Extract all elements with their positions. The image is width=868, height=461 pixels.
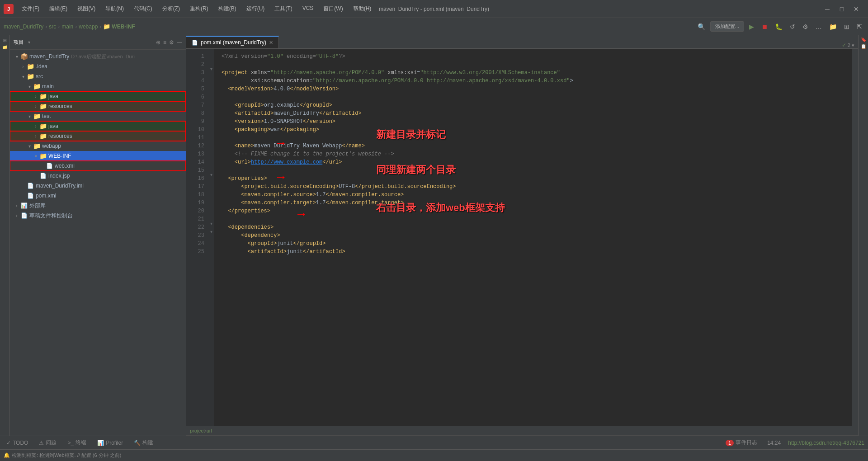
close-button[interactable]: ✕ xyxy=(852,5,861,13)
folder-icon[interactable]: 📁 xyxy=(827,22,839,31)
code-line-15 xyxy=(222,166,844,174)
toolbar: maven_DuridTry › src › main › webapp › 📁… xyxy=(0,18,868,35)
breadcrumb-main[interactable]: main xyxy=(61,24,73,30)
scratch-icon: 📄 xyxy=(20,212,28,220)
fold-icon-22[interactable]: ▾ xyxy=(208,220,214,228)
status-time: 14:24 xyxy=(767,440,781,446)
build-button[interactable]: 🔨 构建 xyxy=(131,438,156,447)
menu-item[interactable]: 分析(Z) xyxy=(158,3,184,14)
terminal-button[interactable]: >_ 终端 xyxy=(65,438,89,447)
fold-icon-23[interactable]: ▾ xyxy=(208,228,214,236)
structure-icon[interactable]: ⊞ xyxy=(2,39,7,42)
arrow-ext: › xyxy=(14,203,20,208)
right-icon-2[interactable]: 📋 xyxy=(861,44,866,49)
panel-icons: ⊕ ≡ ⚙ — xyxy=(156,39,182,46)
root-icon: 📦 xyxy=(20,52,28,61)
tab-pomxml[interactable]: 📄 pom.xml (maven_DuridTry) ✕ xyxy=(186,36,279,48)
debug-icon[interactable]: 🐛 xyxy=(773,22,785,31)
todo-button[interactable]: ✓ TODO xyxy=(4,439,31,447)
settings-icon[interactable]: ⚙ xyxy=(800,22,811,31)
event-log-button[interactable]: 1 事件日志 xyxy=(723,438,760,447)
right-icon-1[interactable]: 🔖 xyxy=(861,37,866,42)
code-content[interactable]: <?xml version="1.0" encoding="UTF-8"?><p… xyxy=(214,49,852,426)
expand-icon[interactable]: ⇱ xyxy=(854,22,864,31)
expand-badge[interactable]: ▾ xyxy=(852,42,854,48)
tree-item-java-main[interactable]: › 📁 java xyxy=(10,91,186,101)
tree-item-resources-test[interactable]: › 📁 resources xyxy=(10,131,186,141)
maximize-button[interactable]: □ xyxy=(837,5,846,13)
breadcrumb-src[interactable]: src xyxy=(49,24,56,30)
indexjsp-label: index.jsp xyxy=(48,173,70,179)
fold-icon-16[interactable]: ▾ xyxy=(208,171,214,179)
menu-item[interactable]: 文件(F) xyxy=(17,3,44,14)
tree-item-root[interactable]: ▾ 📦 maven_DuridTry D:\java后端配置\maven_Dur… xyxy=(10,52,186,61)
main-area: ⊞ 📁 项目 ▾ ⊕ ≡ ⚙ — ▾ 📦 maven_DuridTry D:\j… xyxy=(0,35,868,436)
minimize-button[interactable]: ─ xyxy=(823,5,832,13)
reload-icon[interactable]: ↺ xyxy=(788,22,797,31)
run-icon[interactable]: ▶ xyxy=(747,22,756,31)
tree-item-resources-main[interactable]: › 📁 resources xyxy=(10,101,186,111)
toolbar-right: 🔍 添加配置... ▶ ⏹ 🐛 ↺ ⚙ … 📁 ⊞ ⇱ xyxy=(695,21,864,32)
project-icon[interactable]: 📁 xyxy=(2,45,7,51)
right-scrollbar[interactable] xyxy=(852,49,858,426)
panel-close-icon[interactable]: — xyxy=(177,39,182,46)
more-icon[interactable]: … xyxy=(813,22,824,31)
menu-item[interactable]: 工具(T) xyxy=(270,3,297,14)
search-icon[interactable]: 🔍 xyxy=(695,22,708,31)
tree-item-indexjsp[interactable]: 📄 index.jsp xyxy=(10,171,186,181)
collapse-icon[interactable]: ≡ xyxy=(163,39,166,46)
tab-close-button[interactable]: ✕ xyxy=(269,40,273,46)
tree-item-test[interactable]: ▾ 📁 test xyxy=(10,111,186,121)
tree-item-main[interactable]: ▾ 📁 main xyxy=(10,81,186,91)
path-item-project[interactable]: project xyxy=(190,428,205,433)
problems-button[interactable]: ⚠ 问题 xyxy=(36,438,59,447)
fold-icon-11 xyxy=(208,130,214,138)
panel-settings-icon[interactable]: ⚙ xyxy=(169,39,174,46)
menu-item[interactable]: 窗口(W) xyxy=(319,3,347,14)
breadcrumb-project[interactable]: maven_DuridTry xyxy=(4,24,43,30)
layout-icon[interactable]: ⊞ xyxy=(842,22,852,31)
menu-item[interactable]: 导航(N) xyxy=(101,3,128,14)
menu-item[interactable]: VCS xyxy=(298,3,318,14)
code-line-4: xsi:schemaLocation="http://maven.apache.… xyxy=(222,77,844,85)
tree-item-src[interactable]: ▾ 📁 src xyxy=(10,71,186,81)
idea-label: .idea xyxy=(36,63,47,70)
tree-item-webxml[interactable]: 📄 web.xml xyxy=(10,161,186,171)
tree-item-java-test[interactable]: › 📁 java xyxy=(10,121,186,131)
menu-item[interactable]: 帮助(H) xyxy=(349,3,376,14)
logo-text: J xyxy=(7,6,10,12)
locate-icon[interactable]: ⊕ xyxy=(156,39,160,46)
code-line-3: <project xmlns="http://maven.apache.org/… xyxy=(222,69,844,77)
tab-pom-icon: 📄 xyxy=(192,40,198,46)
fold-gutter: ▾▾▾▾ xyxy=(208,49,214,426)
add-config-button[interactable]: 添加配置... xyxy=(710,21,744,32)
status-url[interactable]: http://blog.csdn.net/qq-4376721 xyxy=(788,440,864,446)
tree-item-external-libs[interactable]: › 📊 外部库 xyxy=(10,201,186,211)
webapp-icon: 📁 xyxy=(33,142,41,150)
right-outer-icons: 🔖 📋 xyxy=(858,35,868,436)
menu-item[interactable]: 编辑(E) xyxy=(45,3,72,14)
tree-item-webapp[interactable]: ▾ 📁 webapp xyxy=(10,141,186,151)
iml-label: maven_DuridTry.iml xyxy=(36,183,84,189)
arrow-main: ▾ xyxy=(26,84,33,89)
menu-item[interactable]: 运行(U) xyxy=(242,3,269,14)
tree-item-pomxml[interactable]: 📄 pom.xml xyxy=(10,191,186,201)
menu-item[interactable]: 视图(V) xyxy=(73,3,100,14)
stop-icon[interactable]: ⏹ xyxy=(759,22,770,31)
tree-item-iml[interactable]: 📄 maven_DuridTry.iml xyxy=(10,181,186,191)
tree-item-scratch[interactable]: › 📄 草稿文件和控制台 xyxy=(10,211,186,221)
profiler-button[interactable]: 📊 Profiler xyxy=(94,439,126,447)
menu-item[interactable]: 重构(R) xyxy=(185,3,213,14)
breadcrumb-webapp[interactable]: webapp xyxy=(79,24,98,30)
indexjsp-icon: 📄 xyxy=(39,172,47,180)
path-item-url[interactable]: url xyxy=(207,428,212,433)
tree-item-idea[interactable]: › 📁 .idea xyxy=(10,61,186,71)
panel-dropdown[interactable]: ▾ xyxy=(28,40,30,45)
menu-item[interactable]: 代码(C) xyxy=(129,3,157,14)
breadcrumb-webinf[interactable]: 📁 WEB-INF xyxy=(103,23,135,30)
fold-icon-3[interactable]: ▾ xyxy=(208,65,214,73)
arrow-java-test: › xyxy=(33,124,39,129)
fold-icon-25 xyxy=(208,244,214,252)
tree-item-webinf[interactable]: ▾ 📁 WEB-INF xyxy=(10,151,186,161)
menu-item[interactable]: 构建(B) xyxy=(214,3,241,14)
